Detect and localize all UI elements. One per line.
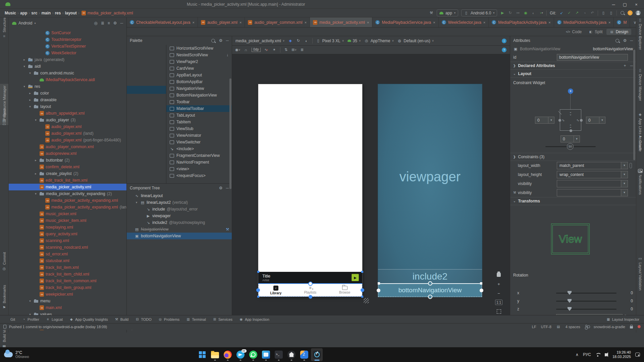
tool-window-tab[interactable]: ⚒Build xyxy=(115,317,128,321)
menu-item[interactable] xyxy=(14,3,20,5)
tree-row[interactable]: main.xml xyxy=(9,304,126,311)
design-canvas[interactable]: Title Artist ▶ ♪ Library ≡ xyxy=(232,54,510,325)
bottom-nav-item[interactable]: Browse xyxy=(327,284,362,296)
editor-tab[interactable]: MediaPickerActivity.java × xyxy=(554,17,614,27)
tool-window-button[interactable]: ● Gradle xyxy=(636,134,644,152)
palette-category[interactable] xyxy=(127,102,166,110)
locate-file-icon[interactable]: ◎ xyxy=(94,21,97,25)
tree-row[interactable]: ▸ drawable xyxy=(9,97,126,103)
tree-row[interactable]: audiopreview.xml xyxy=(9,150,126,157)
close-tab-icon[interactable]: × xyxy=(239,20,241,24)
attributes-hide-icon[interactable]: ─ xyxy=(630,38,633,43)
tree-chevron-icon[interactable]: ▸ xyxy=(28,92,32,95)
menu-item[interactable] xyxy=(31,3,36,5)
autoconnect-off-icon[interactable]: ∩ xyxy=(244,48,248,52)
palette-component[interactable]: <requestFocus> ↓ xyxy=(166,172,232,179)
play-button[interactable]: ▶ xyxy=(352,274,359,281)
clear-constraints-icon[interactable]: ∿× xyxy=(264,48,269,52)
transforms-section[interactable]: ⌄ Transforms xyxy=(510,197,636,205)
close-tab-icon[interactable]: × xyxy=(608,20,610,24)
align-icon[interactable]: ⊞∨ xyxy=(292,48,297,52)
palette-search-icon[interactable] xyxy=(211,39,215,43)
design-preview-phone[interactable]: Title Artist ▶ ♪ Library ≡ xyxy=(258,84,362,297)
remove-attribute-icon[interactable]: ─ xyxy=(630,63,633,68)
taskbar-app[interactable] xyxy=(196,348,208,361)
rotation-slider[interactable] xyxy=(556,301,616,302)
close-tab-icon[interactable]: × xyxy=(548,20,550,24)
editor-tab[interactable]: audio_player.xml × xyxy=(198,17,245,27)
tree-row[interactable]: music_picker_item.xml xyxy=(9,217,126,224)
menu-item[interactable] xyxy=(36,3,41,5)
tree-chevron-icon[interactable]: ▸ xyxy=(28,98,32,102)
rotation-slider[interactable] xyxy=(556,293,616,294)
expand-all-icon[interactable]: ≣ xyxy=(101,21,104,25)
weather-widget[interactable]: 2°C Облачно xyxy=(0,351,67,359)
tool-window-button[interactable]: ▯ Device Manager xyxy=(636,68,644,101)
info-icon[interactable]: i xyxy=(502,39,506,43)
menu-item[interactable] xyxy=(68,3,73,5)
palette-category[interactable] xyxy=(127,46,166,54)
device-selector[interactable]: ▯Pixel 3 XL∨ xyxy=(316,39,344,43)
theme-selector[interactable]: ◎AppTheme∨ xyxy=(364,39,394,43)
tree-row[interactable]: weekpicker.xml xyxy=(9,291,126,298)
close-tab-icon[interactable]: × xyxy=(192,20,194,24)
clock[interactable]: 19:26:40 18.03.2025 xyxy=(612,350,631,359)
palette-component[interactable]: NestedScrollView ↓ xyxy=(166,52,232,58)
tree-row[interactable]: query_activity.xml xyxy=(9,231,126,237)
menu-item[interactable] xyxy=(41,3,47,5)
attributes-search-icon[interactable] xyxy=(615,39,619,43)
tree-row[interactable]: track_list_item_common.xml xyxy=(9,278,126,284)
zoom-ratio-button[interactable]: 1:1 xyxy=(495,300,502,305)
debug-button[interactable]: ◉ xyxy=(523,11,528,15)
close-tab-icon[interactable]: × xyxy=(305,20,307,24)
tree-row[interactable]: track_list_item_group.xml xyxy=(9,284,126,291)
tree-row[interactable]: media_picker_activity_expanding.xml (lan… xyxy=(9,204,126,210)
palette-hide-icon[interactable]: ─ xyxy=(226,38,229,43)
taskbar-app[interactable] xyxy=(273,348,284,361)
palette-component[interactable]: MaterialToolbar ↓ xyxy=(166,105,232,112)
editor-tab[interactable]: audio_player_common.xml × xyxy=(245,17,310,27)
component-tree-row[interactable]: ▾ ▤ linearLayout2 (vertical) xyxy=(127,199,232,206)
breadcrumb-item[interactable]: app xyxy=(19,11,29,15)
collapse-all-icon[interactable]: ≡ xyxy=(108,21,110,25)
component-tree-row[interactable]: ▶ viewpager xyxy=(127,213,232,219)
tree-chevron-icon[interactable]: ▾ xyxy=(135,201,139,204)
device-manager-icon[interactable]: ▯ xyxy=(601,11,606,15)
tree-row[interactable]: WeekSelector xyxy=(9,50,126,56)
tool-window-tab[interactable]: ≡Logcat xyxy=(46,317,63,321)
git-push-icon[interactable]: ↗ xyxy=(575,11,579,15)
guidelines-icon[interactable]: ≣ xyxy=(300,48,305,52)
tool-window-button[interactable]: ▯ Device Explorer xyxy=(636,17,644,50)
help-icon[interactable]: ? xyxy=(502,48,506,52)
maximize-button[interactable]: ▢ xyxy=(619,0,631,9)
margin-left-selector[interactable]: 0▼ xyxy=(535,117,554,124)
palette-component[interactable]: Toolbar ↓ xyxy=(166,99,232,105)
tree-row[interactable]: ▾ media_picker_activity_expanding (2) xyxy=(9,190,126,197)
run-configuration-selector[interactable]: app▾ xyxy=(437,9,458,16)
git-branch-indicator[interactable]: snowdroid-a-gradle xyxy=(594,325,625,329)
palette-component[interactable]: BottomNavigationView ↓ xyxy=(166,92,232,99)
menu-item[interactable] xyxy=(20,3,25,5)
editor-tab[interactable]: CheckableRelativeLayout.java × xyxy=(127,17,198,27)
night-mode-icon[interactable]: ◐ xyxy=(304,39,309,43)
language-indicator[interactable]: РУС xyxy=(583,352,591,357)
component-tree-row[interactable]: ↘ include2 @layout/nowplaying xyxy=(127,219,232,226)
stop-button[interactable]: ◐ xyxy=(531,11,536,15)
locale-selector[interactable]: ◍Default (en-us)∨ xyxy=(397,39,434,43)
palette-component[interactable]: ↘ <include> ↓ xyxy=(166,145,232,152)
component-tree-settings-icon[interactable]: ⚙ xyxy=(219,186,223,190)
attribute-value-selector[interactable]: ▼ xyxy=(557,189,628,196)
selection-corner[interactable] xyxy=(361,296,363,298)
hide-panel-icon[interactable]: ─ xyxy=(120,21,123,25)
tree-row[interactable]: audio_player.xml (land) xyxy=(9,130,126,137)
palette-component[interactable]: TabItem ↓ xyxy=(166,119,232,125)
default-margin-selector[interactable]: 0dp xyxy=(252,48,261,52)
attribute-value-selector[interactable]: ▼ xyxy=(557,180,628,187)
tree-row[interactable]: nowplaying.xml xyxy=(9,224,126,231)
breadcrumb-item[interactable]: src xyxy=(30,11,39,15)
tool-window-tab[interactable]: ⊞Services xyxy=(213,317,232,321)
tree-chevron-icon[interactable]: ▾ xyxy=(28,105,32,108)
tree-row[interactable]: statusbar.xml xyxy=(9,257,126,264)
close-tab-icon[interactable]: × xyxy=(433,20,435,24)
tool-window-tab[interactable]: ▦Layout Inspector xyxy=(606,317,639,321)
